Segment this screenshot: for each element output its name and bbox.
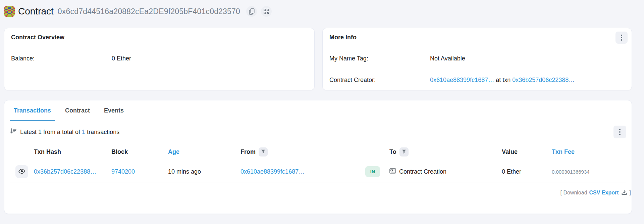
copy-icon xyxy=(249,8,255,15)
transactions-list-header: Latest 1 from a total of 1 transactions xyxy=(4,121,632,143)
more-info-card: More Info My Name Tag: Not Available Con… xyxy=(322,28,632,90)
contract-creator-value: 0x610ae88399fc1687… at txn 0x36b257d06c2… xyxy=(430,77,575,84)
transactions-menu-button[interactable] xyxy=(613,126,626,138)
download-prefix-text: [ Download xyxy=(560,190,587,196)
name-tag-label: My Name Tag: xyxy=(329,55,430,62)
txn-age: 10 mins ago xyxy=(164,168,236,175)
col-txn-fee-toggle[interactable]: Txn Fee xyxy=(544,148,626,155)
transactions-count-link[interactable]: 1 xyxy=(82,129,85,135)
name-tag-row: My Name Tag: Not Available xyxy=(323,47,632,70)
from-address-link[interactable]: 0x610ae88399fc1687… xyxy=(240,168,305,175)
from-filter-button[interactable] xyxy=(259,147,268,156)
download-icon xyxy=(621,189,628,196)
more-info-title: More Info xyxy=(329,34,357,41)
name-tag-value: Not Available xyxy=(430,55,465,62)
contract-creation-icon xyxy=(389,168,396,175)
filter-funnel-icon xyxy=(261,149,265,155)
balance-value: 0 Ether xyxy=(112,55,131,62)
copy-address-button[interactable] xyxy=(246,6,257,17)
tab-events[interactable]: Events xyxy=(100,100,128,121)
block-link[interactable]: 9740200 xyxy=(111,168,135,175)
row-eye-cell xyxy=(10,165,30,178)
summary-text: Latest 1 from a total of 1 transactions xyxy=(20,129,119,136)
contract-address: 0x6cd7d44516a20882cEa2DE9f205bF401c0d235… xyxy=(58,8,240,15)
col-txn-hash: Txn Hash xyxy=(30,148,108,155)
to-contract-creation-text: Contract Creation xyxy=(399,168,446,175)
table-header-row: Txn Hash Block Age From To xyxy=(10,143,626,161)
summary-cards-row: Contract Overview Balance: 0 Ether More … xyxy=(4,28,632,90)
creation-txn-link[interactable]: 0x36b257d06c22388… xyxy=(512,77,575,83)
qr-code-icon xyxy=(264,9,269,14)
col-age-toggle[interactable]: Age xyxy=(164,148,236,155)
creator-address-link[interactable]: 0x610ae88399fc1687… xyxy=(430,77,494,83)
tab-contract[interactable]: Contract xyxy=(61,100,94,121)
page-title: Contract xyxy=(18,7,54,16)
txn-value: 0 Ether xyxy=(493,168,544,175)
contract-identicon-icon xyxy=(4,6,15,17)
to-filter-button[interactable] xyxy=(399,147,409,156)
preview-txn-button[interactable] xyxy=(15,165,28,178)
more-info-menu-button[interactable] xyxy=(615,32,628,44)
at-txn-text: at txn xyxy=(494,77,512,83)
txn-hash-link[interactable]: 0x36b257d06c22388… xyxy=(34,168,96,175)
direction-cell: IN xyxy=(357,166,383,177)
balance-row: Balance: 0 Ether xyxy=(4,47,314,70)
kebab-menu-icon xyxy=(619,129,621,130)
transactions-table: Txn Hash Block Age From To xyxy=(10,143,626,182)
transactions-summary: Latest 1 from a total of 1 transactions xyxy=(10,128,119,136)
direction-badge: IN xyxy=(365,166,380,177)
tab-bar: Transactions Contract Events xyxy=(4,100,632,121)
transaction-row: 0x36b257d06c22388… 9740200 10 mins ago 0… xyxy=(10,161,626,182)
col-to: To xyxy=(383,147,493,156)
contract-overview-header: Contract Overview xyxy=(4,28,314,47)
contract-overview-title: Contract Overview xyxy=(11,34,64,41)
contract-page: Contract 0x6cd7d44516a20882cEa2DE9f205bF… xyxy=(0,0,644,224)
more-info-header: More Info xyxy=(323,28,632,47)
col-value: Value xyxy=(493,148,544,155)
qr-code-button[interactable] xyxy=(261,6,272,17)
download-suffix-text: ] xyxy=(630,190,631,196)
eye-icon xyxy=(18,169,25,175)
contract-creator-label: Contract Creator: xyxy=(329,77,430,84)
balance-label: Balance: xyxy=(11,55,112,62)
to-cell: Contract Creation xyxy=(383,168,493,175)
sort-amount-icon xyxy=(10,128,17,136)
contract-creator-row: Contract Creator: 0x610ae88399fc1687… at… xyxy=(323,70,632,90)
filter-funnel-icon xyxy=(402,149,406,155)
contract-overview-card: Contract Overview Balance: 0 Ether xyxy=(4,28,315,90)
kebab-menu-icon xyxy=(621,35,622,36)
tab-transactions[interactable]: Transactions xyxy=(10,100,55,121)
col-from: From xyxy=(236,147,357,156)
transactions-card: Transactions Contract Events Latest 1 fr… xyxy=(4,100,632,214)
txn-fee: 0.000301366934 xyxy=(544,169,626,175)
csv-export-row: [ Download CSV Export ] xyxy=(4,182,632,196)
page-header: Contract 0x6cd7d44516a20882cEa2DE9f205bF… xyxy=(4,4,632,19)
csv-export-link[interactable]: CSV Export xyxy=(589,190,619,196)
col-block: Block xyxy=(108,148,164,155)
